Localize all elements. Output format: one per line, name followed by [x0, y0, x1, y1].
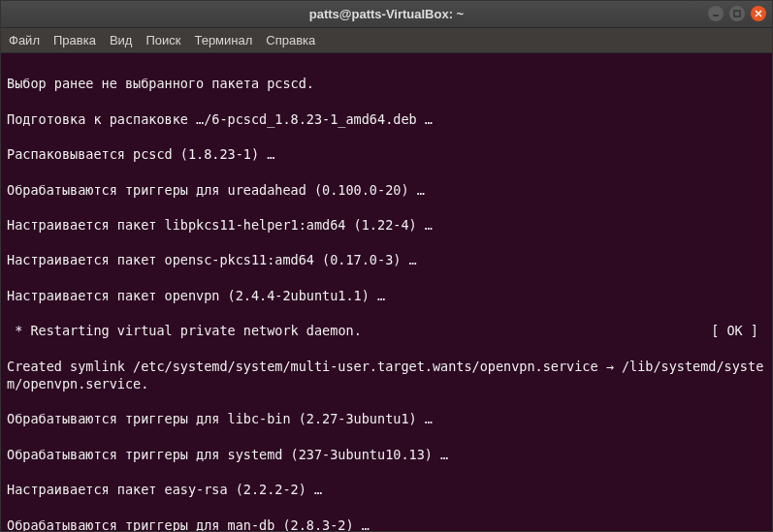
close-button[interactable] — [751, 6, 766, 21]
output-line: Настраивается пакет opensc-pkcs11:amd64 … — [7, 251, 766, 268]
output-line: Настраивается пакет openvpn (2.4.4-2ubun… — [7, 287, 766, 304]
output-line: Распаковывается pcscd (1.8.23-1) … — [7, 145, 766, 163]
output-line: Подготовка к распаковке …/6-pcscd_1.8.23… — [7, 110, 766, 128]
output-line: Обрабатываются триггеры для man-db (2.8.… — [7, 516, 766, 532]
terminal-output[interactable]: Выбор ранее не выбранного пакета pcscd. … — [1, 53, 772, 532]
output-line: Обрабатываются триггеры для ureadahead (… — [7, 181, 766, 199]
svg-rect-1 — [734, 11, 740, 16]
menubar: Файл Правка Вид Поиск Терминал Справка — [1, 28, 772, 53]
menu-file[interactable]: Файл — [9, 33, 40, 47]
maximize-button[interactable] — [729, 6, 745, 21]
window-controls — [708, 6, 766, 21]
output-line: * Restarting virtual private network dae… — [7, 322, 766, 339]
menu-terminal[interactable]: Терминал — [194, 33, 252, 47]
output-line: Created symlink /etc/systemd/system/mult… — [7, 358, 766, 392]
menu-search[interactable]: Поиск — [145, 33, 180, 47]
window-title: patts@patts-VirtualBox: ~ — [309, 7, 464, 21]
output-line: Выбор ранее не выбранного пакета pcscd. — [7, 75, 766, 92]
menu-help[interactable]: Справка — [266, 33, 315, 47]
output-line: Настраивается пакет libpkcs11-helper1:am… — [7, 216, 766, 234]
minimize-button[interactable] — [708, 6, 724, 21]
output-line: Настраивается пакет easy-rsa (2.2.2-2) … — [7, 481, 766, 498]
menu-edit[interactable]: Правка — [53, 33, 96, 47]
output-line: Обрабатываются триггеры для libc-bin (2.… — [7, 410, 766, 427]
output-line: Обрабатываются триггеры для systemd (237… — [7, 446, 766, 463]
status-ok: [ OK ] — [711, 322, 766, 339]
menu-view[interactable]: Вид — [110, 33, 133, 47]
window-titlebar: patts@patts-VirtualBox: ~ — [1, 1, 772, 28]
